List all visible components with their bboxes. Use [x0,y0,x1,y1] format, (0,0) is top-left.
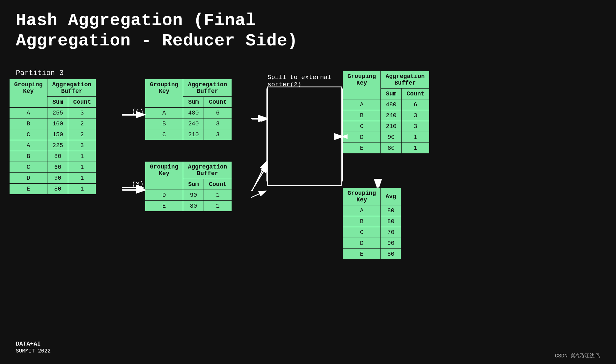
arrow-label-3: (3) [132,180,144,188]
spill-label: Spill to external sorter(2) [267,74,331,88]
footer-brand: DATA+AI SUMMIT 2022 [16,340,51,355]
input-table: GroupingKey AggregationBuffer Sum Count … [9,79,96,195]
top-hash-table: GroupingKey AggregationBuffer Sum Count … [145,79,232,140]
bottom-hash-table: GroupingKey AggregationBuffer Sum Count … [145,161,232,212]
svg-rect-26 [267,87,341,186]
partition-label: Partition 3 [16,69,64,77]
svg-line-19 [252,165,267,191]
svg-line-28 [252,161,267,191]
merged-aggregation-table: GroupingKey AggregationBuffer Sum Count … [343,71,430,154]
final-result-table: GroupingKey Avg A80 B80 C70 D90 E80 [343,188,401,260]
page-title: Hash Aggregation (FinalAggregation - Red… [0,0,616,58]
footer-csdn: CSDN @鸿乃江边鸟 [555,352,600,359]
arrow-label-1: (1) [132,108,144,116]
svg-rect-4 [267,89,343,181]
svg-rect-17 [268,88,341,186]
merge-sort-label: Merge Sort(4) [313,148,341,163]
svg-line-6 [251,191,266,197]
svg-rect-12 [268,88,341,185]
